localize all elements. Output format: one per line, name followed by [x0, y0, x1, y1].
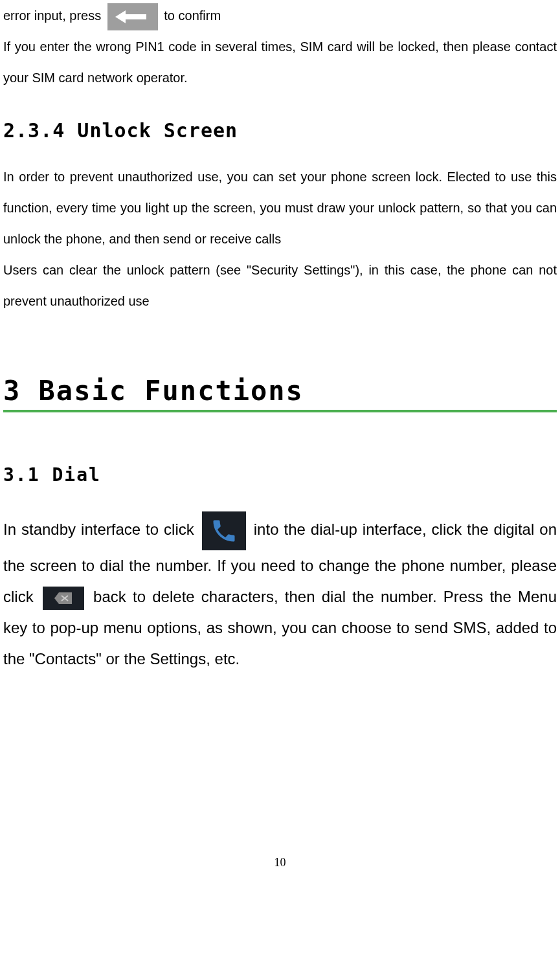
paragraph-pin-warning: If you enter the wrong PIN1 code in seve…: [3, 31, 557, 93]
text-fragment: In standby interface to click: [3, 521, 199, 538]
page-number: 10: [3, 856, 557, 869]
paragraph-dial: In standby interface to click into the d…: [3, 511, 557, 675]
back-arrow-icon: [107, 3, 158, 30]
heading-basic-functions: 3 Basic Functions: [3, 375, 557, 412]
text-fragment: back to delete characters, then dial the…: [3, 588, 557, 667]
paragraph-error-input: error input, press to confirm: [3, 0, 557, 31]
backspace-delete-icon: [43, 587, 84, 610]
paragraph-unlock-2: Users can clear the unlock pattern (see …: [3, 254, 557, 317]
heading-dial: 3.1 Dial: [3, 464, 557, 486]
paragraph-unlock-1: In order to prevent unauthorized use, yo…: [3, 161, 557, 254]
heading-unlock-screen: 2.3.4 Unlock Screen: [3, 119, 557, 142]
text-fragment: error input, press: [3, 8, 105, 23]
phone-dial-icon: [202, 511, 246, 550]
text-fragment: to confirm: [164, 8, 221, 23]
